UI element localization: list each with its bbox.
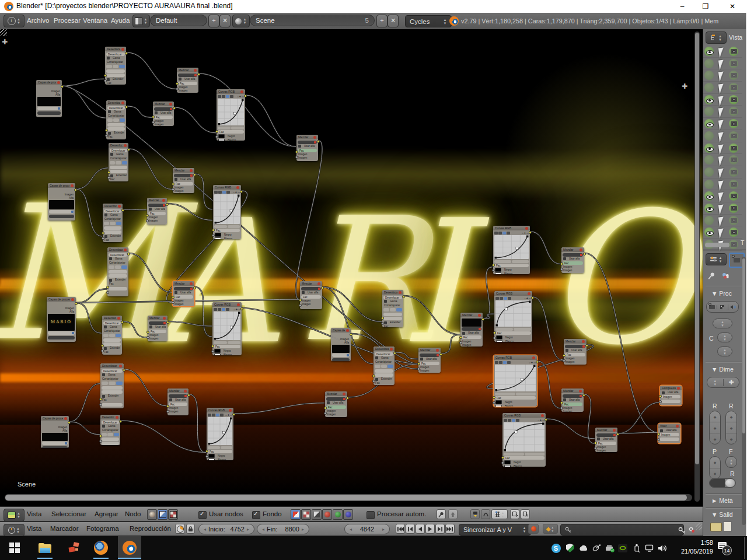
node-mix[interactable]: MezclarUsar alfaFacImagenImagen <box>595 428 617 452</box>
visibility-toggle[interactable] <box>704 59 714 68</box>
tree-type-texture-button[interactable] <box>168 509 178 520</box>
output-socket[interactable] <box>125 52 128 55</box>
vertical-scrollbar-handle[interactable] <box>695 33 699 464</box>
decrement-arrow-icon[interactable]: ◂ <box>350 527 352 532</box>
system-clock[interactable]: 1:58 21/05/2019 <box>681 538 713 556</box>
node-close-icon[interactable] <box>346 329 349 332</box>
output-socket[interactable] <box>127 148 130 151</box>
input-socket[interactable] <box>560 262 563 265</box>
start-button[interactable] <box>6 539 23 556</box>
node-mix[interactable]: MezclarUsar alfaFacImagenImagen <box>173 168 194 193</box>
pixel-app-button[interactable] <box>65 539 83 556</box>
node-close-icon[interactable] <box>525 227 528 230</box>
input-socket[interactable] <box>212 234 215 237</box>
renderability-toggle[interactable] <box>729 240 738 249</box>
node-blur[interactable]: DesenfocarDesenfocarGamaCortar/ajustarEx… <box>106 100 126 139</box>
vertical-scrollbar[interactable] <box>694 32 700 502</box>
renderability-toggle[interactable] <box>729 71 738 80</box>
input-socket[interactable] <box>501 461 504 464</box>
sync-mode-select[interactable]: Sincronizar A y V ▲▼ <box>459 524 531 536</box>
node-close-icon[interactable] <box>343 393 345 396</box>
c-stepper[interactable]: ▲▼ <box>717 332 732 342</box>
tree-type-compositing-button[interactable] <box>158 509 167 520</box>
output-socket[interactable] <box>240 190 243 193</box>
input-socket[interactable] <box>493 396 495 399</box>
backdrop-red-button[interactable] <box>322 509 332 520</box>
node-mix[interactable]: MezclarUsar alfaFacImagenImagen <box>300 281 322 309</box>
input-socket[interactable] <box>172 301 174 304</box>
node-blur[interactable]: DesenfocarDesenfocarGamaCortar/ajustarEx… <box>107 247 128 296</box>
input-socket[interactable] <box>172 296 174 299</box>
current-frame-field[interactable]: ◂ 4842 ▸ <box>344 524 390 534</box>
input-socket[interactable] <box>101 349 104 352</box>
paste-nodes-button[interactable] <box>521 509 530 519</box>
output-socket[interactable] <box>439 353 442 356</box>
output-socket[interactable] <box>173 107 176 110</box>
range-toggle[interactable] <box>709 478 736 488</box>
copy-nodes-button[interactable] <box>510 509 519 519</box>
scene-delete-button[interactable]: ✕ <box>388 15 399 27</box>
volume-icon[interactable] <box>657 543 667 553</box>
input-socket[interactable] <box>152 121 155 124</box>
input-socket[interactable] <box>105 129 108 132</box>
panel-output-title[interactable]: ▼ Salid <box>711 511 733 518</box>
input-socket[interactable] <box>172 183 174 186</box>
node-close-icon[interactable] <box>57 81 60 84</box>
node-rl[interactable]: Capas de procesamientoImagenAlfaProfund <box>331 328 351 361</box>
backdrop-color-alpha-button[interactable] <box>291 509 301 520</box>
layout-name-field[interactable]: Default <box>150 15 207 26</box>
input-socket[interactable] <box>492 269 495 272</box>
frame-start-field[interactable]: ◂ Inicio: 4752 ▸ <box>198 524 254 534</box>
menu-vista[interactable]: Vista <box>27 525 41 532</box>
input-socket[interactable] <box>107 176 110 179</box>
node-outv[interactable]: VisorUsar alfaImagen <box>658 424 680 443</box>
input-socket[interactable] <box>172 188 174 191</box>
increment-arrow-icon[interactable]: ▸ <box>302 527 304 532</box>
renderability-toggle[interactable] <box>729 216 738 225</box>
f-stepper[interactable]: ▲▼ <box>725 456 737 468</box>
input-socket[interactable] <box>657 433 660 436</box>
input-socket[interactable] <box>166 410 169 413</box>
input-socket[interactable] <box>104 79 107 82</box>
node-close-icon[interactable] <box>163 317 166 320</box>
node-close-icon[interactable] <box>190 169 193 172</box>
node-close-icon[interactable] <box>119 365 122 368</box>
input-socket[interactable] <box>102 237 104 240</box>
input-socket[interactable] <box>104 74 107 77</box>
output-socket[interactable] <box>166 203 169 206</box>
output-socket[interactable] <box>393 352 396 355</box>
auto-render-checkbox[interactable] <box>366 511 375 519</box>
input-socket[interactable] <box>99 398 102 401</box>
input-socket[interactable] <box>146 214 149 217</box>
selectability-cursor-icon[interactable] <box>718 132 725 142</box>
node-rl[interactable]: Capas de procesamientoImagenAlfaProfund <box>48 183 75 220</box>
node-close-icon[interactable] <box>121 102 124 104</box>
panel-render-title[interactable]: ▼ Proc <box>711 290 732 297</box>
input-socket[interactable] <box>106 291 109 294</box>
node-rl[interactable]: Capas de procesamientoImagenAlfaProfund <box>41 416 69 448</box>
decrement-arrow-icon[interactable]: ◂ <box>262 527 264 532</box>
renderability-toggle[interactable] <box>729 180 738 189</box>
output-folder-icon[interactable] <box>710 523 722 531</box>
active-keying-set-field[interactable] <box>560 524 684 536</box>
play-reverse-button[interactable] <box>416 524 425 534</box>
node-mix[interactable]: MezclarUsar alfaFacImagenImagen <box>418 348 441 373</box>
visibility-toggle[interactable] <box>704 131 714 141</box>
node-close-icon[interactable] <box>64 417 67 420</box>
menu-marcador[interactable]: Marcador <box>50 525 79 532</box>
node-editor[interactable]: MARIO Capas de procesamientoImagenAlfaPr… <box>0 29 703 506</box>
input-socket[interactable] <box>417 368 420 370</box>
usb-icon[interactable] <box>631 543 641 553</box>
node-close-icon[interactable] <box>313 136 316 139</box>
node-close-icon[interactable] <box>71 298 74 301</box>
node-close-icon[interactable] <box>436 349 439 352</box>
editor-type-button-info[interactable]: i ▲▼ <box>4 15 25 27</box>
output-socket[interactable] <box>61 85 64 88</box>
layout-add-button[interactable]: + <box>208 15 219 27</box>
keying-set-button[interactable]: ◆▲▼ <box>543 524 558 534</box>
output-socket[interactable] <box>616 433 619 436</box>
output-socket[interactable] <box>74 188 77 191</box>
selectability-cursor-icon[interactable] <box>718 72 725 82</box>
input-socket[interactable] <box>324 412 327 415</box>
node-blur[interactable]: DesenfocarDesenfocarGamaCortar/ajustarEx… <box>103 204 123 242</box>
